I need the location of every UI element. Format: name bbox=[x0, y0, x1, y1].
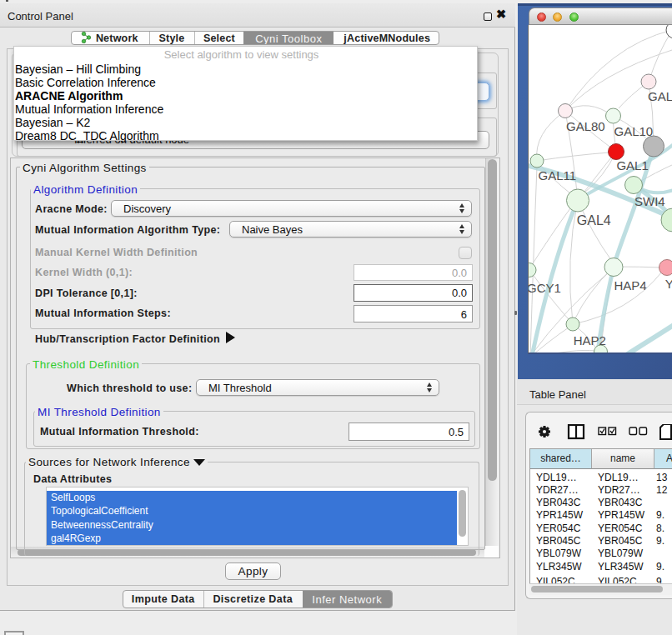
svg-text:GAL11: GAL11 bbox=[539, 168, 577, 182]
svg-text:HAP4: HAP4 bbox=[614, 278, 646, 292]
svg-text:GAL7: GAL7 bbox=[648, 89, 672, 103]
svg-text:GCY1: GCY1 bbox=[529, 281, 561, 295]
svg-text:GAL1: GAL1 bbox=[616, 158, 648, 172]
svg-text:SWI4: SWI4 bbox=[634, 194, 665, 208]
svg-text:GAL10: GAL10 bbox=[614, 124, 654, 138]
svg-text:Y: Y bbox=[665, 277, 672, 291]
svg-text:HAP2: HAP2 bbox=[574, 333, 606, 348]
svg-text:GAL80: GAL80 bbox=[566, 119, 605, 133]
svg-text:GAL4: GAL4 bbox=[577, 213, 611, 228]
